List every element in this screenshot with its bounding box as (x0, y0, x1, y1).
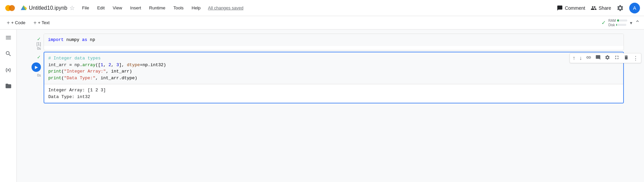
ram-bar (617, 19, 627, 21)
more-options-icon[interactable]: ⋮ (632, 54, 640, 62)
menu-insert[interactable]: Insert (127, 3, 145, 12)
add-text-label: + Text (38, 20, 50, 25)
cell-2-content[interactable]: # Integer data types int_arr = np.array(… (44, 52, 624, 103)
menu-help[interactable]: Help (188, 3, 204, 12)
cell-2-code[interactable]: # Integer data types int_arr = np.array(… (44, 52, 623, 84)
collapse-button[interactable]: ⌃ (635, 19, 640, 27)
import-keyword: import (48, 37, 64, 42)
comment-button[interactable]: Comment (557, 5, 585, 11)
varname-int-arr: int_arr (48, 62, 67, 67)
code-line-3: print("Integer Array:", int_arr) (48, 68, 619, 75)
main-menu: File Edit View Insert Runtime Tools Help… (79, 3, 557, 12)
cell-1-time: 0s (37, 46, 41, 50)
toolbar-right: ✓ RAM Disk ▾ ⌃ (601, 19, 640, 27)
cell-1-code[interactable]: import numpy as np (44, 34, 624, 46)
comment-text: # Integer data types (48, 56, 101, 61)
ram-disk-indicator: RAM Disk (608, 19, 627, 27)
np-ref: np (74, 62, 80, 67)
numpy-text: numpy (66, 37, 82, 42)
ram-label: RAM (608, 19, 616, 22)
sidebar-menu-icon[interactable] (3, 32, 14, 43)
sidebar-files-icon[interactable] (3, 81, 14, 91)
cell-2-time: 0s (37, 73, 41, 77)
delete-icon[interactable] (622, 54, 630, 62)
cell-2-wrapper: ✓ ▶ 0s # Integer data types int_arr = np… (17, 52, 644, 103)
np-text: np (90, 37, 95, 42)
array-func: array (82, 62, 95, 67)
cell-settings-icon[interactable] (603, 54, 611, 62)
notebook-area: ✓ [1] 0s import numpy as np ✓ ▶ 0s (17, 30, 644, 182)
menu-file[interactable]: File (79, 3, 93, 12)
plus-icon2: + (34, 20, 37, 26)
cell-2-check: ✓ (37, 54, 41, 60)
print-func-1: print (48, 69, 61, 74)
comment-label: Comment (565, 5, 585, 11)
expand-icon[interactable] (613, 54, 621, 62)
disk-label: Disk (608, 23, 615, 27)
menu-runtime[interactable]: Runtime (146, 3, 169, 12)
cell-2-gutter: ✓ ▶ 0s (17, 52, 44, 103)
cell-2-output: Integer Array: [1 2 3] Data Type: int32 (44, 84, 623, 103)
code-line-2: int_arr = np.array([1, 2, 3], dtype=np.i… (48, 62, 619, 69)
share-button[interactable]: Share (591, 5, 611, 11)
left-sidebar: {x} (0, 30, 17, 182)
svg-point-1 (9, 5, 15, 11)
top-bar: Untitled10.ipynb ☆ File Edit View Insert… (0, 0, 644, 16)
add-code-button[interactable]: + + Code (4, 18, 28, 27)
output-line-2: Data Type: int32 (48, 94, 619, 100)
menu-edit[interactable]: Edit (94, 3, 108, 12)
sidebar-variables-icon[interactable]: {x} (3, 64, 14, 75)
colab-logo[interactable] (4, 2, 16, 14)
add-code-label: + Code (11, 20, 25, 25)
move-up-icon[interactable]: ↑ (571, 54, 577, 62)
cell-1-exec-count: [1] (37, 42, 41, 46)
cell-1-content[interactable]: import numpy as np (44, 34, 624, 50)
ram-row: RAM (608, 19, 627, 22)
save-status: All changes saved (208, 5, 244, 10)
code-line-4: print("Data Type:", int_arr.dtype) (48, 75, 619, 82)
menu-tools[interactable]: Tools (170, 3, 187, 12)
move-down-icon[interactable]: ↓ (578, 54, 583, 62)
menu-view[interactable]: View (109, 3, 125, 12)
notebook-title[interactable]: Untitled10.ipynb (29, 5, 67, 11)
top-right-actions: Comment Share A (557, 3, 640, 13)
as-keyword: as (82, 37, 87, 42)
sidebar-search-icon[interactable] (3, 48, 14, 59)
star-icon[interactable]: ☆ (69, 4, 75, 12)
run-button[interactable]: ▶ (32, 62, 41, 72)
cell-toolbar: ↑ ↓ ⋮ (570, 53, 641, 63)
drive-icon (20, 5, 27, 11)
code-line-1: # Integer data types (48, 55, 619, 62)
add-comment-icon[interactable] (594, 54, 602, 62)
cell-1-check: ✓ (37, 36, 41, 42)
settings-icon[interactable] (616, 4, 624, 12)
plus-icon: + (7, 20, 10, 26)
link-icon[interactable] (585, 54, 593, 62)
add-text-button[interactable]: + + Text (31, 18, 52, 27)
main-content: {x} ✓ [1] 0s import numpy as np (0, 30, 644, 182)
dropdown-arrow-icon[interactable]: ▾ (630, 20, 632, 26)
print-func-2: print (48, 76, 61, 81)
user-avatar[interactable]: A (629, 3, 640, 13)
disk-bar (616, 24, 626, 26)
output-line-1: Integer Array: [1 2 3] (48, 87, 619, 94)
share-label: Share (599, 5, 611, 11)
cell-1-wrapper: ✓ [1] 0s import numpy as np (17, 34, 644, 50)
disk-row: Disk (608, 23, 627, 27)
connected-checkmark: ✓ (601, 19, 606, 26)
toolbar-row: + + Code + + Text ✓ RAM Disk ▾ ⌃ (0, 16, 644, 30)
cell-1-gutter: ✓ [1] 0s (17, 34, 44, 50)
